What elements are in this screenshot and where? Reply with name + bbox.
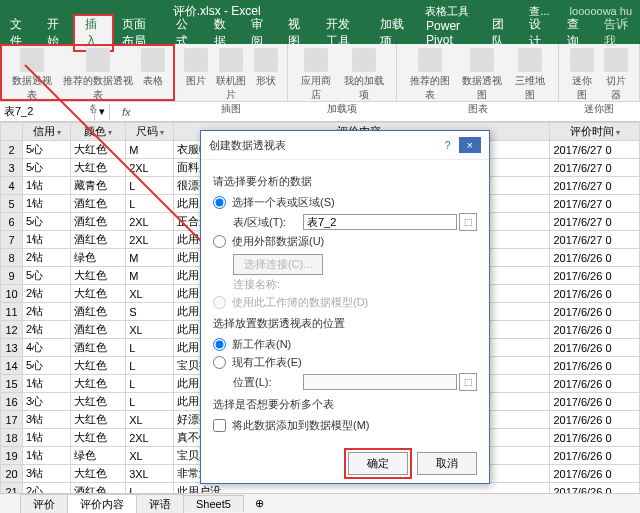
- create-pivot-dialog: 创建数据透视表 ? × 请选择要分析的数据 选择一个表或区域(S) 表/区域(T…: [200, 130, 490, 484]
- row-header[interactable]: 5: [1, 195, 23, 213]
- map-icon[interactable]: [518, 48, 542, 72]
- sheet-tab[interactable]: 评价: [20, 494, 68, 514]
- row-header[interactable]: 19: [1, 447, 23, 465]
- location-input[interactable]: [303, 374, 457, 390]
- ribbon: 数据透视表 推荐的数据透视表 表格 表格 图片 联机图片 形状 插图 应用商店 …: [0, 44, 640, 102]
- sheet-tabs: 评价 评价内容 评语 Sheet5 ⊕: [0, 493, 640, 513]
- col-color[interactable]: 颜色: [71, 123, 126, 141]
- ribbon-group-tables: 数据透视表 推荐的数据透视表 表格 表格: [0, 44, 175, 101]
- row-header[interactable]: 14: [1, 357, 23, 375]
- row-header[interactable]: 6: [1, 213, 23, 231]
- radio-new-sheet[interactable]: 新工作表(N): [213, 337, 477, 352]
- row-header[interactable]: 2: [1, 141, 23, 159]
- rec-chart-icon[interactable]: [418, 48, 442, 72]
- row-header[interactable]: 8: [1, 249, 23, 267]
- table-range-input[interactable]: [303, 214, 457, 230]
- sparkline-icon[interactable]: [570, 48, 594, 72]
- slicer-icon[interactable]: [604, 48, 628, 72]
- row-header[interactable]: 10: [1, 285, 23, 303]
- myaddin-icon[interactable]: [352, 48, 376, 72]
- range-picker-icon[interactable]: ⬚: [459, 213, 477, 231]
- table-icon[interactable]: [141, 48, 165, 72]
- radio-existing-sheet[interactable]: 现有工作表(E): [213, 355, 477, 370]
- dropdown-icon[interactable]: ▾: [99, 105, 105, 118]
- pivot-chart-icon[interactable]: [470, 48, 494, 72]
- table-range-label: 表/区域(T):: [233, 215, 303, 230]
- fx-icon[interactable]: fx: [114, 106, 139, 118]
- store-icon[interactable]: [304, 48, 328, 72]
- rec-pivot-icon[interactable]: [86, 48, 110, 72]
- radio-data-model: 使用此工作簿的数据模型(D): [213, 295, 477, 310]
- online-pic-icon[interactable]: [219, 48, 243, 72]
- choose-connection-button[interactable]: 选择连接(C)...: [233, 254, 323, 275]
- tab-power[interactable]: Power Pivot: [416, 19, 482, 47]
- row-header[interactable]: 3: [1, 159, 23, 177]
- row-header[interactable]: 13: [1, 339, 23, 357]
- menu-bar: 文件 开始 插入 页面布局 公式 数据 审阅 视图 开发工具 加载项 Power…: [0, 22, 640, 44]
- row-header[interactable]: 17: [1, 411, 23, 429]
- connection-name-label: 连接名称:: [233, 277, 477, 292]
- cancel-button[interactable]: 取消: [417, 452, 477, 475]
- row-header[interactable]: 9: [1, 267, 23, 285]
- section-data-source: 请选择要分析的数据: [213, 174, 477, 189]
- ribbon-group-charts: 推荐的图表 数据透视图 三维地图 图表: [397, 44, 559, 101]
- radio-select-range[interactable]: 选择一个表或区域(S): [213, 195, 477, 210]
- pivot-table-icon[interactable]: [20, 48, 44, 72]
- ok-button[interactable]: 确定: [348, 452, 408, 475]
- section-multiple-tables: 选择是否想要分析多个表: [213, 397, 477, 412]
- ribbon-group-sparklines: 迷你图 切片器 迷你图: [559, 44, 640, 101]
- dialog-titlebar[interactable]: 创建数据透视表 ? ×: [201, 131, 489, 160]
- row-header[interactable]: 12: [1, 321, 23, 339]
- close-icon[interactable]: ×: [459, 137, 481, 153]
- checkbox-add-data-model[interactable]: 将此数据添加到数据模型(M): [213, 418, 477, 433]
- row-header[interactable]: 4: [1, 177, 23, 195]
- location-label: 位置(L):: [233, 375, 303, 390]
- ribbon-group-illustrations: 图片 联机图片 形状 插图: [175, 44, 288, 101]
- sheet-tab[interactable]: 评价内容: [67, 494, 137, 514]
- radio-external-source[interactable]: 使用外部数据源(U): [213, 234, 477, 249]
- row-header[interactable]: 18: [1, 429, 23, 447]
- location-picker-icon[interactable]: ⬚: [459, 373, 477, 391]
- row-header[interactable]: 20: [1, 465, 23, 483]
- col-size[interactable]: 尺码: [126, 123, 174, 141]
- picture-icon[interactable]: [184, 48, 208, 72]
- help-icon[interactable]: ?: [436, 137, 458, 153]
- col-credit[interactable]: 信用: [23, 123, 71, 141]
- section-placement: 选择放置数据透视表的位置: [213, 316, 477, 331]
- shapes-icon[interactable]: [254, 48, 278, 72]
- row-header[interactable]: 7: [1, 231, 23, 249]
- new-sheet-icon[interactable]: ⊕: [243, 495, 276, 512]
- dialog-title: 创建数据透视表: [209, 138, 436, 153]
- name-box[interactable]: [0, 104, 90, 120]
- context-tab-title: 表格工具: [425, 4, 469, 19]
- col-time[interactable]: 评价时间: [550, 123, 640, 141]
- row-header[interactable]: 11: [1, 303, 23, 321]
- select-all[interactable]: [1, 123, 23, 141]
- ribbon-group-addins: 应用商店 我的加载项 加载项: [288, 44, 397, 101]
- row-header[interactable]: 16: [1, 393, 23, 411]
- sheet-tab[interactable]: Sheet5: [183, 495, 244, 512]
- row-header[interactable]: 15: [1, 375, 23, 393]
- sheet-tab[interactable]: 评语: [136, 494, 184, 514]
